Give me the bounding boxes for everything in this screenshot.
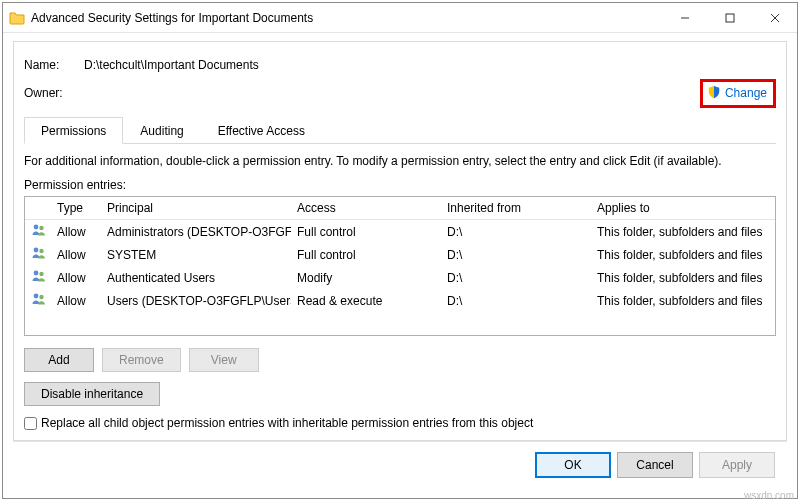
apply-button[interactable]: Apply bbox=[699, 452, 775, 478]
cell-applies: This folder, subfolders and files bbox=[591, 246, 775, 264]
cell-applies: This folder, subfolders and files bbox=[591, 292, 775, 310]
cell-principal: Authenticated Users bbox=[101, 269, 291, 287]
col-type[interactable]: Type bbox=[51, 197, 101, 219]
replace-checkbox[interactable] bbox=[24, 417, 37, 430]
svg-point-6 bbox=[34, 248, 39, 253]
tab-effective-access[interactable]: Effective Access bbox=[201, 117, 322, 144]
name-label: Name: bbox=[24, 58, 84, 72]
dialog-footer: OK Cancel Apply bbox=[13, 441, 787, 488]
replace-checkbox-row[interactable]: Replace all child object permission entr… bbox=[24, 416, 776, 430]
owner-label: Owner: bbox=[24, 86, 84, 100]
maximize-button[interactable] bbox=[707, 3, 752, 33]
disable-inheritance-button[interactable]: Disable inheritance bbox=[24, 382, 160, 406]
users-icon bbox=[31, 245, 47, 261]
cell-applies: This folder, subfolders and files bbox=[591, 223, 775, 241]
tab-auditing[interactable]: Auditing bbox=[123, 117, 200, 144]
window-title: Advanced Security Settings for Important… bbox=[31, 11, 662, 25]
titlebar: Advanced Security Settings for Important… bbox=[3, 3, 797, 33]
table-row[interactable]: AllowUsers (DESKTOP-O3FGFLP\Users)Read &… bbox=[25, 289, 775, 312]
cell-applies: This folder, subfolders and files bbox=[591, 269, 775, 287]
shield-icon bbox=[707, 85, 721, 102]
folder-icon bbox=[9, 10, 25, 26]
svg-point-9 bbox=[39, 272, 43, 276]
cancel-button[interactable]: Cancel bbox=[617, 452, 693, 478]
change-highlight: Change bbox=[700, 79, 776, 108]
tabstrip: Permissions Auditing Effective Access bbox=[24, 116, 776, 144]
cell-type: Allow bbox=[51, 292, 101, 310]
cell-principal: Administrators (DESKTOP-O3FGF... bbox=[101, 223, 291, 241]
minimize-button[interactable] bbox=[662, 3, 707, 33]
content: Name: D:\techcult\Important Documents Ow… bbox=[3, 33, 797, 498]
users-icon bbox=[31, 268, 47, 284]
view-button[interactable]: View bbox=[189, 348, 259, 372]
cell-type: Allow bbox=[51, 269, 101, 287]
grid-header: Type Principal Access Inherited from App… bbox=[25, 197, 775, 220]
cell-type: Allow bbox=[51, 223, 101, 241]
cell-inherited: D:\ bbox=[441, 223, 591, 241]
cell-inherited: D:\ bbox=[441, 269, 591, 287]
svg-point-4 bbox=[34, 225, 39, 230]
cell-principal: Users (DESKTOP-O3FGFLP\Users) bbox=[101, 292, 291, 310]
users-icon bbox=[31, 222, 47, 238]
col-inherited[interactable]: Inherited from bbox=[441, 197, 591, 219]
tab-permissions[interactable]: Permissions bbox=[24, 117, 123, 144]
svg-point-11 bbox=[39, 295, 43, 299]
svg-point-8 bbox=[34, 271, 39, 276]
close-button[interactable] bbox=[752, 3, 797, 33]
permissions-grid[interactable]: Type Principal Access Inherited from App… bbox=[24, 196, 776, 336]
info-text: For additional information, double-click… bbox=[24, 154, 776, 168]
cell-access: Full control bbox=[291, 246, 441, 264]
tab-body: For additional information, double-click… bbox=[14, 144, 786, 440]
cell-principal: SYSTEM bbox=[101, 246, 291, 264]
col-access[interactable]: Access bbox=[291, 197, 441, 219]
name-value: D:\techcult\Important Documents bbox=[84, 58, 776, 72]
main-panel: Name: D:\techcult\Important Documents Ow… bbox=[13, 41, 787, 441]
cell-access: Read & execute bbox=[291, 292, 441, 310]
svg-point-7 bbox=[39, 249, 43, 253]
replace-label: Replace all child object permission entr… bbox=[41, 416, 533, 430]
watermark: wsxdn.com bbox=[744, 490, 794, 501]
cell-access: Modify bbox=[291, 269, 441, 287]
users-icon bbox=[31, 291, 47, 307]
svg-point-10 bbox=[34, 294, 39, 299]
table-row[interactable]: AllowAuthenticated UsersModifyD:\This fo… bbox=[25, 266, 775, 289]
cell-access: Full control bbox=[291, 223, 441, 241]
remove-button[interactable]: Remove bbox=[102, 348, 181, 372]
properties-area: Name: D:\techcult\Important Documents Ow… bbox=[14, 42, 786, 110]
window-frame: Advanced Security Settings for Important… bbox=[2, 2, 798, 499]
table-row[interactable]: AllowAdministrators (DESKTOP-O3FGF...Ful… bbox=[25, 220, 775, 243]
col-principal[interactable]: Principal bbox=[101, 197, 291, 219]
table-row[interactable]: AllowSYSTEMFull controlD:\This folder, s… bbox=[25, 243, 775, 266]
cell-inherited: D:\ bbox=[441, 292, 591, 310]
svg-point-5 bbox=[39, 226, 43, 230]
svg-rect-1 bbox=[726, 14, 734, 22]
cell-inherited: D:\ bbox=[441, 246, 591, 264]
entries-label: Permission entries: bbox=[24, 178, 776, 192]
cell-type: Allow bbox=[51, 246, 101, 264]
add-button[interactable]: Add bbox=[24, 348, 94, 372]
ok-button[interactable]: OK bbox=[535, 452, 611, 478]
col-applies[interactable]: Applies to bbox=[591, 197, 775, 219]
change-link-label: Change bbox=[725, 86, 767, 100]
change-owner-link[interactable]: Change bbox=[707, 85, 767, 102]
